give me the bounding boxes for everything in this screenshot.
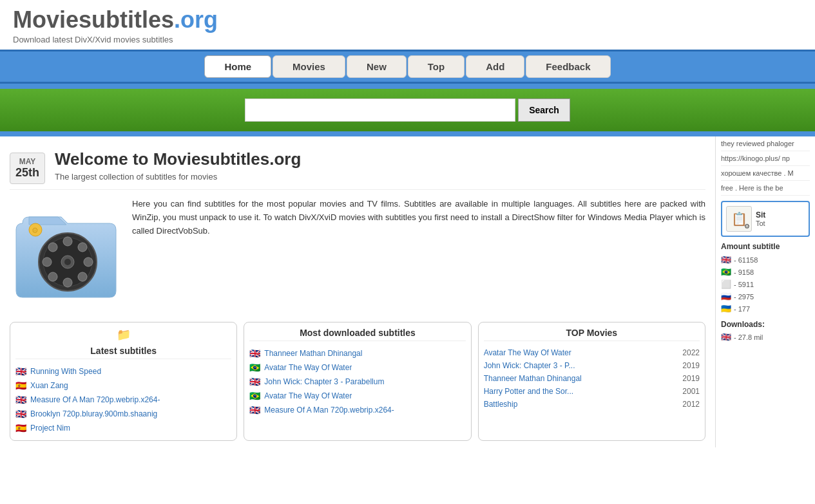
sidebar-comment: they reviewed phaloger <box>721 140 810 151</box>
movie-link[interactable]: Thanneer Mathan Dhinangal <box>484 374 675 383</box>
subtitle-link[interactable]: Thanneer Mathan Dhinangal <box>264 349 362 358</box>
most-downloaded-list: 🇬🇧Thanneer Mathan Dhinangal🇧🇷Avatar The … <box>249 346 465 417</box>
folder-icon-latest: 📁 <box>117 328 131 341</box>
search-button[interactable]: Search <box>518 98 570 122</box>
svg-point-8 <box>48 272 57 281</box>
svg-point-7 <box>78 272 87 281</box>
sidebar-comment: хорошем качестве . М <box>721 169 810 181</box>
sidebar-comment: https://kinogo.plus/ пр <box>721 154 810 166</box>
sidebar-comment: free . Here is the be <box>721 184 810 196</box>
search-area: Search <box>0 89 815 131</box>
flag-stat-item: 🇧🇷- 9158 <box>721 266 810 278</box>
nav-home[interactable]: Home <box>204 55 271 78</box>
flag-icon: ⬜ <box>721 279 731 289</box>
svg-point-11 <box>64 259 71 265</box>
amount-subtitle-title: Amount subtitle <box>721 242 810 251</box>
flag-icon: 🇪🇸 <box>15 380 27 391</box>
site-name-movie: Movie <box>13 6 79 33</box>
flag-icon: 🇬🇧 <box>721 255 731 265</box>
nav-add[interactable]: Add <box>466 55 524 78</box>
top-movie-item[interactable]: John Wick: Chapter 3 - P...2019 <box>484 359 700 372</box>
movie-year: 2001 <box>675 387 700 396</box>
stats-sub: Tot <box>756 219 765 227</box>
flag-stat-item: ⬜- 5911 <box>721 278 810 290</box>
subtitle-link[interactable]: Project Nim <box>30 424 70 433</box>
top-movie-item[interactable]: Thanneer Mathan Dhinangal2019 <box>484 372 700 385</box>
flag-icon: 🇷🇺 <box>721 292 731 301</box>
subtitle-link[interactable]: Avatar The Way Of Water <box>264 391 352 400</box>
flag-stats-list: 🇬🇧- 61158🇧🇷- 9158⬜- 5911🇷🇺- 2975🇺🇦- 177 <box>721 254 810 315</box>
nav-new[interactable]: New <box>347 55 407 78</box>
svg-point-6 <box>48 243 57 252</box>
movie-year: 2022 <box>675 348 700 357</box>
date-day: 25th <box>15 166 39 180</box>
subtitle-link[interactable]: John Wick: Chapter 3 - Parabellum <box>264 377 384 386</box>
flag-icon: 🇧🇷 <box>721 267 731 277</box>
flag-count: - 61158 <box>734 256 758 264</box>
flag-icon: 🇧🇷 <box>249 391 261 401</box>
latest-subtitle-item[interactable]: 🇬🇧Brooklyn 720p.bluray.900mb.shaanig <box>15 407 231 421</box>
movie-link[interactable]: Battleship <box>484 400 675 409</box>
most-downloaded-item[interactable]: 🇬🇧Thanneer Mathan Dhinangal <box>249 346 465 360</box>
search-wrapper: Search <box>0 84 815 136</box>
amount-subtitles-section: Amount subtitle 🇬🇧- 61158🇧🇷- 9158⬜- 5911… <box>721 242 810 315</box>
svg-text:⚙: ⚙ <box>32 226 39 235</box>
movie-link[interactable]: John Wick: Chapter 3 - P... <box>484 361 675 370</box>
top-movies-box: TOP Movies Avatar The Way Of Water2022Jo… <box>478 322 705 441</box>
latest-subtitle-item[interactable]: 🇪🇸Project Nim <box>15 421 231 435</box>
subtitle-link[interactable]: Measure Of A Man 720p.webrip.x264- <box>264 406 394 415</box>
main-content: MAY 25th Welcome to Moviesubtitles.org T… <box>0 136 715 447</box>
nav-movies[interactable]: Movies <box>273 55 345 78</box>
site-logo[interactable]: Moviesubtitles.org <box>13 6 802 33</box>
most-downloaded-item[interactable]: 🇧🇷Avatar The Way Of Water <box>249 389 465 403</box>
movie-link[interactable]: Harry Potter and the Sor... <box>484 387 675 396</box>
site-stats-box: 📋 ⚙ Sit Tot <box>721 201 810 237</box>
top-movie-item[interactable]: Battleship2012 <box>484 398 700 411</box>
three-columns: 📁 Latest subtitles 🇬🇧Running With Speed🇪… <box>10 322 705 441</box>
subtitle-link[interactable]: Avatar The Way Of Water <box>264 363 352 372</box>
subtitle-link[interactable]: Measure Of A Man 720p.webrip.x264- <box>30 395 160 404</box>
flag-stat-item: 🇺🇦- 177 <box>721 303 810 315</box>
stats-icon: 📋 ⚙ <box>726 206 752 232</box>
film-reel-svg: ⚙ <box>10 198 122 310</box>
flag-icon: 🇬🇧 <box>249 348 261 359</box>
downloads-list: 🇬🇧- 27.8 mil <box>721 331 810 343</box>
flag-count: - 177 <box>734 305 750 313</box>
most-downloaded-item[interactable]: 🇬🇧John Wick: Chapter 3 - Parabellum <box>249 375 465 389</box>
site-header: Moviesubtitles.org Download latest DivX/… <box>0 0 815 50</box>
search-input[interactable] <box>245 98 515 122</box>
nav-top[interactable]: Top <box>408 55 465 78</box>
downloads-section: Downloads: 🇬🇧- 27.8 mil <box>721 320 810 343</box>
subtitle-link[interactable]: Xuan Zang <box>30 381 68 390</box>
movie-year: 2019 <box>675 361 700 370</box>
most-downloaded-item[interactable]: 🇧🇷Avatar The Way Of Water <box>249 360 465 375</box>
flag-icon: 🇬🇧 <box>15 395 27 405</box>
latest-subtitle-item[interactable]: 🇪🇸Xuan Zang <box>15 378 231 393</box>
most-downloaded-title: Most downloaded subtitles <box>249 328 465 341</box>
flag-icon: 🇪🇸 <box>15 423 27 433</box>
sidebar: they reviewed phalogerhttps://kinogo.plu… <box>715 136 815 447</box>
top-movie-item[interactable]: Avatar The Way Of Water2022 <box>484 346 700 359</box>
latest-subtitle-item[interactable]: 🇬🇧Running With Speed <box>15 364 231 378</box>
subtitle-link[interactable]: Brooklyn 720p.bluray.900mb.shaanig <box>30 409 157 418</box>
flag-icon: 🇬🇧 <box>249 405 261 415</box>
latest-subtitles-list: 🇬🇧Running With Speed🇪🇸Xuan Zang🇬🇧Measure… <box>15 364 231 435</box>
site-name-subtitles: subtitles <box>79 6 174 33</box>
most-downloaded-item[interactable]: 🇬🇧Measure Of A Man 720p.webrip.x264- <box>249 403 465 417</box>
subtitle-link[interactable]: Running With Speed <box>30 367 101 376</box>
svg-point-3 <box>63 278 72 287</box>
movie-link[interactable]: Avatar The Way Of Water <box>484 348 675 357</box>
most-downloaded-box: Most downloaded subtitles 🇬🇧Thanneer Mat… <box>244 322 471 441</box>
welcome-date: MAY 25th <box>10 153 45 184</box>
flag-stat-item: 🇬🇧- 61158 <box>721 254 810 266</box>
welcome-header: MAY 25th Welcome to Moviesubtitles.org T… <box>10 149 705 190</box>
welcome-title: Welcome to Moviesubtitles.org <box>55 149 705 169</box>
welcome-body: ⚙ Here you can find subtitles for the mo… <box>10 198 705 312</box>
latest-subtitle-item[interactable]: 🇬🇧Measure Of A Man 720p.webrip.x264- <box>15 393 231 407</box>
nav-feedback[interactable]: Feedback <box>526 55 610 78</box>
flag-count: - 2975 <box>734 293 754 301</box>
top-movie-item[interactable]: Harry Potter and the Sor...2001 <box>484 385 700 398</box>
flag-icon: 🇬🇧 <box>15 409 27 419</box>
svg-point-5 <box>84 257 93 266</box>
movie-year: 2019 <box>675 374 700 383</box>
